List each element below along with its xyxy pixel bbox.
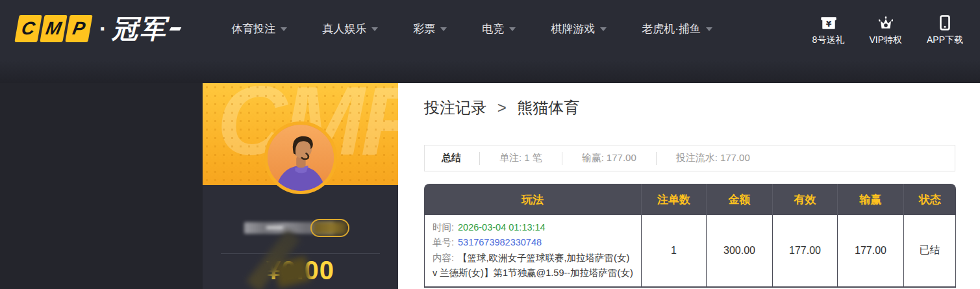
order-label: 单号: (433, 237, 454, 247)
nav-item-label: 体育投注 (231, 21, 275, 36)
logo-dash (170, 27, 182, 31)
summary-value: 1 笔 (524, 152, 542, 163)
gift-link[interactable]: ¥ 8号送礼 (812, 14, 845, 46)
cell-play-details: 时间:2026-03-04 01:13:14 单号:53176739823307… (424, 215, 642, 288)
nav-item-label: 棋牌游戏 (551, 21, 595, 36)
logo-name: 冠军 (112, 16, 168, 42)
nav-item-esports[interactable]: 电竞 (482, 21, 516, 36)
chevron-down-icon (706, 27, 712, 31)
nav-item-board-games[interactable]: 棋牌游戏 (551, 21, 607, 36)
summary-turnover: 投注流水:177.00 (657, 152, 770, 164)
logo-letter: M (40, 15, 67, 42)
logo-dot: · (99, 16, 107, 42)
cell-amount: 300.00 (707, 215, 773, 288)
cell-winloss: 177.00 (838, 215, 904, 288)
bet-time-line: 时间:2026-03-04 01:13:14 (433, 220, 636, 235)
chevron-down-icon (509, 27, 516, 31)
content-label: 内容: (433, 253, 454, 263)
quick-link-label: VIP特权 (869, 34, 902, 46)
nav-item-label: 真人娱乐 (322, 21, 366, 36)
summary-label: 单注: (499, 152, 521, 163)
bet-time: 2026-03-04 01:13:14 (458, 222, 546, 232)
table-header-row: 玩法 注单数 金额 有效 输赢 状态 (424, 184, 956, 215)
gift-icon: ¥ (820, 14, 837, 31)
navbar: C M P · 冠军 体育投注 真人娱乐 彩票 (0, 0, 980, 57)
column-header-valid: 有效 (773, 184, 838, 215)
crown-icon (877, 14, 895, 31)
nav-item-label: 电竞 (482, 21, 504, 36)
top-header: C M P · 冠军 体育投注 真人娱乐 彩票 (0, 0, 980, 83)
bet-records-table: 玩法 注单数 金额 有效 输赢 状态 时间:2026-03-04 01:13:1… (424, 184, 956, 288)
summary-winloss: 输赢:177.00 (562, 152, 656, 164)
summary-title: 总结 (425, 152, 479, 164)
summary-value: 177.00 (720, 152, 750, 163)
breadcrumb-separator: > (497, 99, 507, 116)
cell-bet-count: 1 (642, 215, 707, 288)
header-quick-links: ¥ 8号送礼 VIP特权 (812, 12, 963, 46)
bet-content-line: 内容:【篮球,欧洲女子篮球联赛,加拉塔萨雷(女) v 兰德斯(女)】第1节独赢@… (433, 251, 636, 281)
nav-item-label: 彩票 (413, 21, 435, 36)
vip-link[interactable]: VIP特权 (869, 14, 902, 46)
nav-item-slots-fishing[interactable]: 老虎机·捕鱼 (642, 21, 712, 36)
logo-letter: C (14, 15, 42, 42)
column-header-winloss: 输赢 (838, 184, 904, 215)
logo-tiles: C M P (14, 15, 92, 42)
bet-order-number[interactable]: 5317673982330748 (458, 237, 542, 247)
breadcrumb: 投注记录 > 熊猫体育 (424, 97, 579, 118)
cell-valid: 177.00 (773, 215, 838, 288)
chevron-down-icon (371, 27, 378, 31)
app-download-link[interactable]: APP下载 (927, 14, 963, 46)
quick-link-label: APP下载 (927, 34, 963, 46)
column-header-bet-count: 注单数 (642, 184, 707, 215)
bet-order-line: 单号:5317673982330748 (433, 235, 636, 250)
table-row: 时间:2026-03-04 01:13:14 单号:53176739823307… (424, 215, 956, 288)
username-row (203, 218, 398, 239)
time-label: 时间: (433, 222, 454, 232)
column-header-status: 状态 (904, 184, 956, 215)
column-header-amount: 金额 (707, 184, 773, 215)
chevron-down-icon (600, 27, 607, 31)
summary-value: 177.00 (607, 152, 636, 163)
summary-bar: 总结 单注:1 笔 输赢:177.00 投注流水:177.00 (424, 145, 955, 171)
page: C M P · 冠军 体育投注 真人娱乐 彩票 (0, 0, 980, 289)
profile-sidebar: CMP (203, 83, 398, 289)
avatar[interactable] (264, 121, 337, 194)
logo-letter: P (65, 15, 92, 42)
vip-badge-blurred (310, 219, 349, 237)
breadcrumb-current-page: 熊猫体育 (517, 99, 579, 116)
sidebar-divider (221, 253, 380, 254)
cell-status: 已结 (904, 215, 956, 288)
chevron-down-icon (281, 27, 287, 31)
svg-text:¥: ¥ (825, 19, 831, 29)
nav-item-lottery[interactable]: 彩票 (413, 21, 447, 36)
quick-link-label: 8号送礼 (812, 34, 845, 46)
summary-bet-count: 单注:1 笔 (480, 152, 562, 164)
chevron-down-icon (440, 27, 447, 31)
phone-icon (937, 14, 953, 31)
nav-item-live-casino[interactable]: 真人娱乐 (322, 21, 378, 36)
nav-item-label: 老虎机·捕鱼 (642, 21, 701, 36)
main-nav: 体育投注 真人娱乐 彩票 电竞 棋牌游戏 (231, 21, 712, 36)
summary-label: 输赢: (582, 152, 604, 163)
site-logo[interactable]: C M P · 冠军 (17, 15, 181, 42)
bet-content: 【篮球,欧洲女子篮球联赛,加拉塔萨雷(女) v 兰德斯(女)】第1节独赢@1.5… (433, 253, 633, 278)
main-content: 投注记录 > 熊猫体育 总结 单注:1 笔 输赢:177.00 投注流水:177… (398, 83, 980, 289)
nav-item-sports[interactable]: 体育投注 (231, 21, 287, 36)
column-header-play: 玩法 (424, 184, 642, 215)
summary-label: 投注流水: (676, 152, 718, 163)
breadcrumb-bet-records[interactable]: 投注记录 (424, 99, 486, 116)
